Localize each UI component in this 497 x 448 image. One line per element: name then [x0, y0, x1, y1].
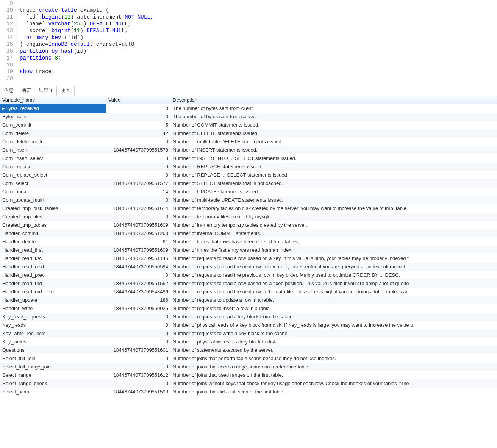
- cell-variable-name: Com_delete: [0, 129, 106, 138]
- table-row[interactable]: Com_delete_multi0Number of multi-table D…: [0, 138, 497, 146]
- cell-description: Number of joins without keys that check …: [170, 379, 497, 388]
- table-row[interactable]: Handler_commit18446744073709551260Number…: [0, 229, 497, 238]
- table-row[interactable]: Select_scan18446744073709551598Number of…: [0, 388, 497, 396]
- cell-value: 18446744073709548496: [106, 288, 170, 296]
- cell-value: 42: [106, 129, 170, 138]
- cell-value: 18446744073709551260: [106, 229, 170, 238]
- cell-value: 0: [106, 163, 170, 171]
- cell-variable-name: Select_scan: [0, 388, 106, 396]
- header-description[interactable]: Description: [170, 96, 497, 104]
- cell-description: Number of DELETE statements issued.: [170, 129, 497, 138]
- cell-description: Number of multi-table UPDATE statements …: [170, 196, 497, 204]
- table-row[interactable]: Select_full_range_join0Number of joins t…: [0, 363, 497, 371]
- cell-value: 0: [106, 213, 170, 221]
- cell-variable-name: Created_tmp_tables: [0, 221, 106, 229]
- cell-value: 18446744073709551609: [106, 221, 170, 229]
- cell-variable-name: Key_writes: [0, 338, 106, 346]
- table-row[interactable]: Key_writes0Number of physical writes of …: [0, 338, 497, 346]
- cell-description: Number of times that rows have been dele…: [170, 238, 497, 246]
- tab-信息[interactable]: 信息: [0, 86, 17, 96]
- header-variable-name[interactable]: Variable_name: [0, 96, 106, 104]
- grid-header[interactable]: Variable_name Value Description: [0, 96, 497, 104]
- cell-variable-name: Com_replace: [0, 163, 106, 171]
- table-row[interactable]: Select_full_join0Number of joins that pe…: [0, 354, 497, 363]
- table-row[interactable]: Key_write_requests0Number of requests to…: [0, 329, 497, 338]
- table-row[interactable]: Com_insert18446744073709551578Number of …: [0, 146, 497, 154]
- cell-variable-name: Key_read_requests: [0, 313, 106, 321]
- cell-description: Number of requests to read a key block f…: [170, 313, 497, 321]
- table-row[interactable]: Select_range18446744073709551612Number o…: [0, 371, 497, 379]
- table-row[interactable]: Com_replace0Number of REPLACE statements…: [0, 163, 497, 171]
- cell-description: Number of internal COMMIT statements.: [170, 229, 497, 238]
- table-row[interactable]: Handler_read_key18446744073709551145Numb…: [0, 254, 497, 263]
- cell-description: Number of requests to write a key block …: [170, 329, 497, 338]
- table-row[interactable]: Com_commit5Number of COMMIT statements i…: [0, 121, 497, 129]
- cell-variable-name: Select_full_range_join: [0, 363, 106, 371]
- table-row[interactable]: Handler_read_rnd_next1844674407370954849…: [0, 288, 497, 296]
- cell-value: 18446744073709551577: [106, 179, 170, 188]
- cell-variable-name: Key_write_requests: [0, 329, 106, 338]
- cell-description: Number of requests to read the next row …: [170, 288, 497, 296]
- cell-variable-name: Com_update_multi: [0, 196, 106, 204]
- table-row[interactable]: Com_replace_select0Number of REPLACE ...…: [0, 171, 497, 179]
- table-row[interactable]: Key_read_requests0Number of requests to …: [0, 313, 497, 321]
- table-row[interactable]: Handler_update186Number of requests to u…: [0, 296, 497, 304]
- table-row[interactable]: Com_update14Number of UPDATE statements …: [0, 188, 497, 196]
- result-tabs: 信息摘要结果 1状态: [0, 85, 497, 96]
- table-row[interactable]: Select_range_check0Number of joins witho…: [0, 379, 497, 388]
- tab-状态[interactable]: 状态: [56, 86, 75, 96]
- table-row[interactable]: Handler_write18446744073709550025Number …: [0, 304, 497, 313]
- cell-value: 0: [106, 354, 170, 363]
- table-row[interactable]: Handler_read_prev0Number of requests to …: [0, 271, 497, 279]
- cell-value: 18446744073709551562: [106, 279, 170, 288]
- table-row[interactable]: Handler_read_first18446744073709551609Nu…: [0, 246, 497, 254]
- header-value[interactable]: Value: [106, 96, 170, 104]
- cell-description: Number of joins that used a range search…: [170, 363, 497, 371]
- cell-description: Number of requests to update a row in a …: [170, 296, 497, 304]
- sql-editor[interactable]: 91011121314151617181920 ⊟││││└ trace cre…: [0, 0, 497, 84]
- cell-variable-name: Com_insert: [0, 146, 106, 154]
- cell-value: 18446744073709550594: [106, 263, 170, 271]
- cell-description: Number of physical reads of a key block …: [170, 321, 497, 329]
- table-row[interactable]: Com_delete42Number of DELETE statements …: [0, 129, 497, 138]
- table-row[interactable]: Created_tmp_tables18446744073709551609Nu…: [0, 221, 497, 229]
- table-row[interactable]: Bytes_sent0The number of bytes sent from…: [0, 113, 497, 121]
- cell-value: 0: [106, 379, 170, 388]
- cell-variable-name: Handler_read_prev: [0, 271, 106, 279]
- table-row[interactable]: ▸Bytes_received0The number of bytes sent…: [0, 104, 497, 113]
- cell-description: The number of bytes sent from server.: [170, 113, 497, 121]
- cell-variable-name: Created_tmp_files: [0, 213, 106, 221]
- table-row[interactable]: Handler_read_rnd18446744073709551562Numb…: [0, 279, 497, 288]
- table-row[interactable]: Questions18446744073709551601Number of s…: [0, 346, 497, 354]
- code-content[interactable]: trace create table example ( `id` bigint…: [20, 0, 497, 82]
- cell-description: Number of requests to insert a row in a …: [170, 304, 497, 313]
- tab-摘要[interactable]: 摘要: [17, 86, 35, 96]
- cell-value: 5: [106, 121, 170, 129]
- cell-variable-name: Created_tmp_disk_tables: [0, 204, 106, 213]
- cell-variable-name: Handler_read_rnd_next: [0, 288, 106, 296]
- cell-description: Number of multi-table DELETE statements …: [170, 138, 497, 146]
- table-row[interactable]: Com_insert_select0Number of INSERT INTO …: [0, 154, 497, 163]
- cell-value: 0: [106, 271, 170, 279]
- table-row[interactable]: Key_reads0Number of physical reads of a …: [0, 321, 497, 329]
- cell-description: Number of REPLACE ... SELECT statements …: [170, 171, 497, 179]
- grid-body[interactable]: ▸Bytes_received0The number of bytes sent…: [0, 104, 497, 396]
- table-row[interactable]: Handler_delete61Number of times that row…: [0, 238, 497, 246]
- cell-value: 18446744073709550025: [106, 304, 170, 313]
- table-row[interactable]: Com_update_multi0Number of multi-table U…: [0, 196, 497, 204]
- cell-description: Number of requests to read a row based o…: [170, 254, 497, 263]
- table-row[interactable]: Handler_read_next18446744073709550594Num…: [0, 263, 497, 271]
- cell-description: Number of in-memory temporary tables cre…: [170, 221, 497, 229]
- cell-variable-name: Com_commit: [0, 121, 106, 129]
- cell-variable-name: Handler_commit: [0, 229, 106, 238]
- fold-gutter[interactable]: ⊟││││└: [15, 0, 20, 82]
- cell-description: Number of COMMIT statements issued.: [170, 121, 497, 129]
- cell-variable-name: Com_update: [0, 188, 106, 196]
- tab-结果 1[interactable]: 结果 1: [35, 86, 56, 96]
- cell-description: The number of bytes sent from client.: [170, 104, 497, 113]
- table-row[interactable]: Com_select18446744073709551577Number of …: [0, 179, 497, 188]
- table-row[interactable]: Created_tmp_disk_tables18446744073709551…: [0, 204, 497, 213]
- cell-value: 18446744073709551598: [106, 388, 170, 396]
- cell-value: 0: [106, 338, 170, 346]
- table-row[interactable]: Created_tmp_files0Number of temporary fi…: [0, 213, 497, 221]
